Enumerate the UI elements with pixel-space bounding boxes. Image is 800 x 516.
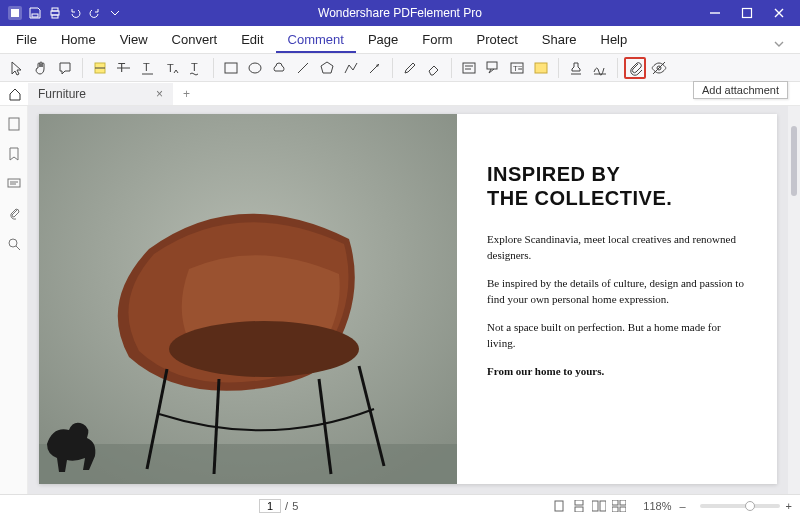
vertical-scrollbar[interactable] bbox=[788, 106, 800, 494]
doc-paragraph: Explore Scandinavia, meet local creative… bbox=[487, 232, 747, 264]
search-panel-icon[interactable] bbox=[6, 236, 22, 252]
svg-text:T: T bbox=[167, 62, 174, 74]
svg-line-18 bbox=[298, 63, 308, 73]
svg-rect-53 bbox=[620, 507, 626, 512]
squiggly-tool-icon[interactable]: T bbox=[185, 57, 207, 79]
menu-file[interactable]: File bbox=[4, 27, 49, 53]
status-bar: / 5 118% – + bbox=[0, 494, 800, 516]
tooltip-add-attachment: Add attachment bbox=[693, 81, 788, 99]
ribbon-toolbar: T T T T T≡ Add attachment bbox=[0, 54, 800, 82]
window-title: Wondershare PDFelement Pro bbox=[0, 6, 800, 20]
menu-help[interactable]: Help bbox=[589, 27, 640, 53]
svg-line-30 bbox=[653, 62, 665, 74]
doc-paragraph: Not a space built on perfection. But a h… bbox=[487, 320, 747, 352]
thumbnails-panel-icon[interactable] bbox=[6, 116, 22, 132]
menu-overflow-icon[interactable] bbox=[762, 35, 796, 53]
svg-rect-23 bbox=[487, 62, 497, 69]
line-tool-icon[interactable] bbox=[292, 57, 314, 79]
menu-bar: File Home View Convert Edit Comment Page… bbox=[0, 26, 800, 54]
arrow-tool-icon[interactable] bbox=[364, 57, 386, 79]
menu-view[interactable]: View bbox=[108, 27, 160, 53]
svg-text:T: T bbox=[191, 61, 198, 73]
document-tab[interactable]: Furniture × bbox=[28, 83, 173, 105]
svg-rect-45 bbox=[555, 501, 563, 511]
textbox-tool-icon[interactable] bbox=[458, 57, 480, 79]
page-separator: / bbox=[285, 500, 288, 512]
caret-tool-icon[interactable]: T bbox=[161, 57, 183, 79]
separator bbox=[82, 58, 83, 78]
menu-page[interactable]: Page bbox=[356, 27, 410, 53]
two-page-view-icon[interactable] bbox=[591, 498, 607, 514]
document-tab-bar: Furniture × + bbox=[0, 82, 800, 106]
typewriter-tool-icon[interactable]: T≡ bbox=[506, 57, 528, 79]
scrollbar-thumb[interactable] bbox=[791, 126, 797, 196]
svg-rect-48 bbox=[592, 501, 598, 511]
comments-panel-icon[interactable] bbox=[6, 176, 22, 192]
zoom-out-icon[interactable]: – bbox=[679, 500, 685, 512]
svg-rect-26 bbox=[535, 63, 547, 73]
polygon-tool-icon[interactable] bbox=[316, 57, 338, 79]
menu-share[interactable]: Share bbox=[530, 27, 589, 53]
menu-comment[interactable]: Comment bbox=[276, 27, 356, 53]
cloud-tool-icon[interactable] bbox=[268, 57, 290, 79]
svg-rect-47 bbox=[575, 507, 583, 512]
select-tool-icon[interactable] bbox=[6, 57, 28, 79]
menu-form[interactable]: Form bbox=[410, 27, 464, 53]
attachment-tool-icon[interactable] bbox=[624, 57, 646, 79]
zoom-slider-knob[interactable] bbox=[745, 501, 755, 511]
strikethrough-tool-icon[interactable]: T bbox=[113, 57, 135, 79]
svg-rect-39 bbox=[39, 444, 457, 484]
tab-close-icon[interactable]: × bbox=[156, 87, 163, 101]
zoom-in-icon[interactable]: + bbox=[786, 500, 792, 512]
hand-tool-icon[interactable] bbox=[30, 57, 52, 79]
document-viewport[interactable]: INSPIRED BYTHE COLLECTIVE. Explore Scand… bbox=[28, 106, 788, 494]
menu-protect[interactable]: Protect bbox=[465, 27, 530, 53]
note-tool-icon[interactable] bbox=[54, 57, 76, 79]
continuous-view-icon[interactable] bbox=[571, 498, 587, 514]
pdf-page: INSPIRED BYTHE COLLECTIVE. Explore Scand… bbox=[39, 114, 777, 484]
zoom-slider[interactable] bbox=[700, 504, 780, 508]
svg-text:T≡: T≡ bbox=[513, 64, 523, 73]
separator bbox=[558, 58, 559, 78]
two-page-continuous-view-icon[interactable] bbox=[611, 498, 627, 514]
svg-rect-32 bbox=[8, 179, 20, 187]
signature-tool-icon[interactable] bbox=[589, 57, 611, 79]
separator bbox=[451, 58, 452, 78]
title-bar: Wondershare PDFelement Pro bbox=[0, 0, 800, 26]
attachments-panel-icon[interactable] bbox=[6, 206, 22, 222]
menu-edit[interactable]: Edit bbox=[229, 27, 275, 53]
svg-line-36 bbox=[16, 246, 20, 250]
menu-convert[interactable]: Convert bbox=[160, 27, 230, 53]
hide-annotations-icon[interactable] bbox=[648, 57, 670, 79]
doc-paragraph: Be inspired by the details of culture, d… bbox=[487, 276, 747, 308]
page-image bbox=[39, 114, 457, 484]
eraser-tool-icon[interactable] bbox=[423, 57, 445, 79]
pencil-tool-icon[interactable] bbox=[399, 57, 421, 79]
svg-rect-50 bbox=[612, 500, 618, 505]
bookmarks-panel-icon[interactable] bbox=[6, 146, 22, 162]
menu-home[interactable]: Home bbox=[49, 27, 108, 53]
oval-tool-icon[interactable] bbox=[244, 57, 266, 79]
svg-rect-51 bbox=[620, 500, 626, 505]
rectangle-tool-icon[interactable] bbox=[220, 57, 242, 79]
separator bbox=[213, 58, 214, 78]
svg-rect-52 bbox=[612, 507, 618, 512]
highlight-tool-icon[interactable] bbox=[89, 57, 111, 79]
page-number-input[interactable] bbox=[259, 499, 281, 513]
new-tab-icon[interactable]: + bbox=[183, 87, 190, 101]
doc-heading: INSPIRED BYTHE COLLECTIVE. bbox=[487, 162, 747, 210]
underline-tool-icon[interactable]: T bbox=[137, 57, 159, 79]
svg-rect-20 bbox=[463, 63, 475, 73]
svg-point-17 bbox=[249, 63, 261, 73]
svg-rect-16 bbox=[225, 63, 237, 73]
work-area: INSPIRED BYTHE COLLECTIVE. Explore Scand… bbox=[0, 106, 800, 494]
callout-tool-icon[interactable] bbox=[482, 57, 504, 79]
stamp-tool-icon[interactable] bbox=[565, 57, 587, 79]
separator bbox=[392, 58, 393, 78]
area-highlight-tool-icon[interactable] bbox=[530, 57, 552, 79]
single-page-view-icon[interactable] bbox=[551, 498, 567, 514]
separator bbox=[617, 58, 618, 78]
svg-text:T: T bbox=[143, 61, 150, 73]
home-tab-icon[interactable] bbox=[6, 85, 24, 103]
connected-lines-tool-icon[interactable] bbox=[340, 57, 362, 79]
